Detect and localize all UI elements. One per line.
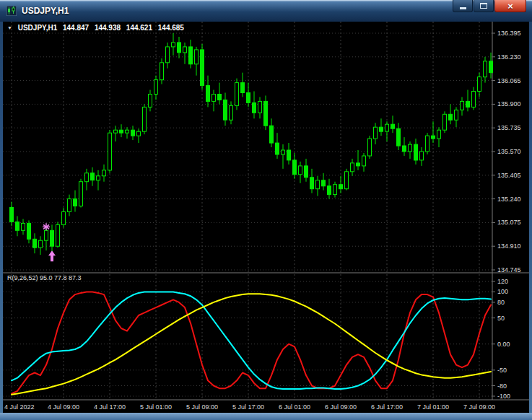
svg-text:135.405: 135.405 [497, 172, 521, 179]
chart-dropdown-icon[interactable]: ▼ [7, 25, 12, 30]
candles [10, 33, 493, 255]
svg-text:80: 80 [497, 299, 505, 306]
svg-text:135.570: 135.570 [497, 148, 521, 155]
svg-text:136.395: 136.395 [497, 30, 521, 37]
svg-text:5 Jul 01:00: 5 Jul 01:00 [140, 403, 172, 411]
minimize-button[interactable] [453, 0, 473, 12]
svg-text:50: 50 [497, 315, 505, 322]
svg-text:-80: -80 [497, 382, 507, 390]
svg-text:120: 120 [497, 278, 508, 285]
svg-text:6 Jul 17:00: 6 Jul 17:00 [371, 403, 403, 411]
svg-text:7 Jul 09:00: 7 Jul 09:00 [463, 403, 495, 411]
mt4-chart-window: USDJPY,H1 × ▼ USDJPY,H1 144.847 144.938 … [0, 0, 532, 420]
restore-icon [480, 3, 487, 9]
svg-text:135.075: 135.075 [497, 219, 521, 226]
svg-text:0.00: 0.00 [497, 341, 510, 348]
price-axis: 136.395136.230136.065135.900135.735135.5… [492, 30, 521, 274]
svg-text:100: 100 [497, 288, 508, 295]
grid [3, 22, 492, 400]
svg-text:6 Jul 09:00: 6 Jul 09:00 [325, 403, 357, 411]
info-symbol-period: USDJPY,H1 [18, 24, 57, 32]
svg-text:135.240: 135.240 [497, 196, 521, 203]
svg-text:-100: -100 [497, 393, 510, 400]
minimize-icon [460, 7, 466, 9]
info-open: 144.847 [63, 24, 89, 32]
close-button[interactable]: × [494, 0, 526, 12]
frame-lines [3, 22, 529, 400]
restore-button[interactable] [474, 0, 494, 12]
indicator-lines [12, 292, 491, 395]
svg-text:135.900: 135.900 [497, 100, 521, 108]
indicator-label: R(9,26,52) 95.0 77.8 87.3 [7, 274, 82, 281]
svg-text:4 Jul 09:00: 4 Jul 09:00 [48, 403, 79, 411]
close-icon: × [507, 1, 513, 12]
ohlc-info: ▼ USDJPY,H1 144.847 144.938 144.621 144.… [7, 24, 188, 32]
svg-text:134.910: 134.910 [497, 242, 521, 250]
titlebar[interactable]: USDJPY,H1 × [0, 0, 532, 22]
svg-text:-50: -50 [497, 367, 507, 374]
info-low: 144.621 [126, 24, 152, 32]
window-bottom-frame [0, 413, 532, 420]
svg-text:135.735: 135.735 [497, 124, 521, 131]
chart-area[interactable]: ▼ USDJPY,H1 144.847 144.938 144.621 144.… [3, 22, 529, 413]
svg-text:4 Jul 17:00: 4 Jul 17:00 [94, 403, 126, 411]
svg-text:5 Jul 09:00: 5 Jul 09:00 [186, 403, 218, 411]
window-title: USDJPY,H1 [22, 6, 69, 16]
svg-text:4 Jul 2022: 4 Jul 2022 [4, 403, 35, 411]
info-close: 144.685 [158, 24, 184, 32]
svg-text:136.230: 136.230 [497, 53, 521, 61]
svg-text:134.745: 134.745 [497, 266, 521, 274]
time-axis: 4 Jul 20224 Jul 09:004 Jul 17:005 Jul 01… [4, 403, 495, 411]
info-high: 144.938 [95, 24, 121, 32]
svg-text:136.065: 136.065 [497, 77, 521, 84]
chart-app-icon [6, 5, 17, 17]
svg-text:6 Jul 01:00: 6 Jul 01:00 [279, 403, 310, 411]
chart-canvas[interactable]: 136.395136.230136.065135.900135.735135.5… [3, 22, 529, 413]
svg-text:5 Jul 17:00: 5 Jul 17:00 [232, 403, 264, 411]
indicator-axis: 12010080500.00-50-80-100 [492, 278, 510, 400]
svg-text:7 Jul 01:00: 7 Jul 01:00 [417, 403, 449, 411]
window-controls: × [452, 0, 526, 12]
